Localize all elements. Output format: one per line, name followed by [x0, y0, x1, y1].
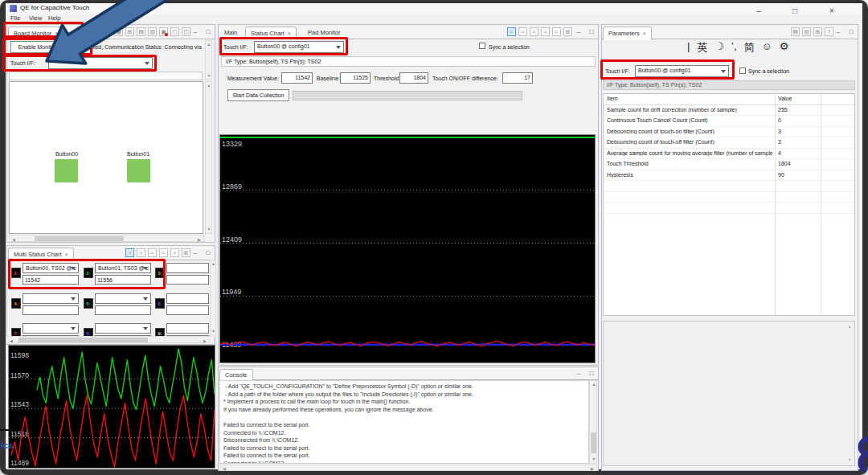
slot-channel-dropdown[interactable]	[95, 293, 151, 304]
close-tab-icon[interactable]: ×	[643, 31, 646, 36]
scroll-down-icon[interactable]: ▼	[206, 73, 212, 79]
console-text-area[interactable]: - Add "QE_TOUCH_CONFIGURATION" to "Defin…	[219, 380, 589, 464]
scroll-left-icon[interactable]: ◀	[10, 237, 17, 243]
close-tab-icon[interactable]: ×	[65, 252, 68, 257]
chart-export-icon[interactable]: ≈	[170, 248, 179, 257]
ime-punctuation-icon[interactable]: ’,	[731, 40, 737, 52]
table-row[interactable]: Average sample count for moving average …	[604, 149, 854, 160]
multi-hscrollbar[interactable]: ◀ ▶	[6, 336, 210, 343]
expand-table-icon[interactable]: ▤	[791, 27, 800, 36]
scroll-right-icon[interactable]: ▶	[202, 338, 208, 344]
scrollbar-thumb[interactable]	[591, 432, 596, 453]
scroll-left-icon[interactable]: ◀	[221, 466, 227, 472]
chart-zoom-icon[interactable]: ≈	[159, 248, 168, 257]
board-image-icon[interactable]: ▦	[114, 27, 123, 36]
tab-pad-monitor[interactable]: Pad Monitor	[303, 27, 345, 40]
chart-select-icon[interactable]: ≈	[125, 248, 134, 257]
chart-stop-icon[interactable]: ≈	[530, 27, 538, 36]
ime-emoji-icon[interactable]: ☺	[762, 40, 772, 52]
start-data-collection-button[interactable]: Start Data Collection	[227, 89, 289, 101]
multi-vscrollbar[interactable]: ▲ ▼	[210, 260, 216, 336]
col-header-value[interactable]: Value	[778, 96, 792, 101]
board-canvas-hscrollbar[interactable]: ◀ ▶	[9, 235, 204, 242]
col-header-item[interactable]: Item	[607, 96, 618, 101]
scroll-down-icon[interactable]: ▼	[211, 329, 216, 334]
mid-touch-if-dropdown[interactable]: Button00 @ config01	[254, 41, 344, 53]
ime-simplified-icon[interactable]: 简	[744, 40, 755, 55]
scroll-up-icon[interactable]: ▲	[206, 42, 212, 47]
slot-channel-dropdown[interactable]	[166, 263, 209, 273]
scroll-up-icon[interactable]: ▲	[206, 83, 212, 88]
table-row[interactable]: Continuous Touch Cancel Count (Count)0	[604, 116, 854, 127]
maximize-view-icon[interactable]: □	[203, 248, 213, 257]
value-cell[interactable]: 90	[778, 172, 784, 178]
board-canvas-vscrollbar[interactable]: ▲ ▼	[205, 81, 212, 234]
slot-channel-dropdown[interactable]: Button01, TS03 @ c	[95, 263, 151, 273]
minimize-view-icon[interactable]: –	[190, 248, 200, 257]
record-icon[interactable]: ▣	[159, 27, 168, 36]
menu-help[interactable]: Help	[48, 14, 60, 22]
scroll-right-icon[interactable]: ▶	[196, 237, 203, 243]
collapse-table-icon[interactable]: ▥	[802, 27, 811, 36]
slot-channel-dropdown[interactable]	[23, 323, 79, 334]
menu-file[interactable]: File	[10, 14, 20, 22]
slot-value-field[interactable]	[95, 305, 151, 315]
slot-channel-dropdown[interactable]: Button00, TS02 @ c	[23, 263, 79, 273]
scrollbar-thumb[interactable]	[35, 236, 124, 241]
value-cell[interactable]: 0	[778, 117, 781, 123]
table-row[interactable]: Touch Threshold1804	[604, 159, 854, 170]
chart-pause-icon[interactable]: ≈	[518, 27, 527, 36]
chart-scale-icon[interactable]: ≈	[541, 27, 550, 36]
minimize-view-icon[interactable]: –	[833, 27, 843, 36]
tab-main[interactable]: Main	[219, 27, 242, 40]
value-cell[interactable]: 3	[778, 129, 781, 134]
slot-channel-dropdown[interactable]	[166, 323, 209, 334]
scroll-up-icon[interactable]: ▲	[211, 261, 216, 267]
tab-parameters[interactable]: Parameters×	[603, 27, 652, 40]
minimize-view-icon[interactable]: –	[574, 27, 583, 36]
params-sync-selection-checkbox[interactable]	[739, 68, 746, 74]
table-row[interactable]: Debouncing count of touch-on filter (Cou…	[604, 127, 854, 138]
snapshot-icon[interactable]: ▤	[137, 27, 145, 36]
board-top-scrollbar[interactable]: ▲ ▼	[205, 40, 212, 80]
slot-channel-dropdown[interactable]	[23, 293, 79, 304]
ime-separator[interactable]: |	[687, 40, 690, 52]
value-cell[interactable]: 3	[778, 139, 781, 145]
slot-channel-dropdown[interactable]	[95, 323, 151, 334]
scroll-up-icon[interactable]: ▲	[591, 382, 597, 387]
scroll-down-icon[interactable]: ▼	[206, 227, 212, 232]
measurement-value-field[interactable]: 11542	[281, 72, 313, 84]
tab-status-chart[interactable]: Status Chart×	[245, 27, 297, 40]
ime-settings-icon[interactable]: ⚙	[780, 40, 789, 52]
maximize-view-icon[interactable]: □	[203, 27, 213, 36]
params-touch-if-dropdown[interactable]: Button00 @ config01	[635, 65, 729, 77]
slot-value-field[interactable]	[166, 305, 209, 315]
maximize-view-icon[interactable]: □	[587, 369, 596, 378]
table-row[interactable]: Hysteresis90	[604, 170, 854, 182]
table-row[interactable]: Sample count for drift correction (numbe…	[604, 105, 854, 117]
chart-live-icon[interactable]: ≈	[507, 27, 516, 36]
tab-board-monitor[interactable]: Board Monitor×	[8, 27, 63, 40]
threshold-field[interactable]: 1804	[399, 72, 428, 84]
close-tab-icon[interactable]: ×	[55, 31, 58, 36]
minimize-view-icon[interactable]: –	[190, 27, 200, 36]
scroll-left-icon[interactable]: ◀	[8, 338, 14, 344]
console-hscrollbar[interactable]: ◀ ▶	[219, 465, 597, 471]
minimize-view-icon[interactable]: –	[574, 369, 583, 378]
console-vscrollbar[interactable]: ▲ ▼	[589, 380, 597, 464]
slot-value-field[interactable]: 11542	[23, 275, 79, 285]
refresh-table-icon[interactable]: ⊞	[813, 27, 822, 36]
scrollbar-thumb[interactable]	[18, 338, 148, 342]
mid-sync-selection-checkbox[interactable]	[479, 43, 485, 49]
value-cell[interactable]: 255	[778, 107, 788, 113]
ime-moon-icon[interactable]: ☽	[714, 40, 724, 52]
value-cell[interactable]: 4	[778, 150, 781, 156]
chart-pause-icon[interactable]: ≈	[137, 248, 145, 257]
close-tab-icon[interactable]: ×	[288, 31, 291, 36]
scroll-right-icon[interactable]: ▶	[589, 466, 596, 472]
chart-clear-icon[interactable]: ≈	[148, 248, 157, 257]
slot-value-field[interactable]	[23, 305, 79, 315]
button00-pad[interactable]	[55, 159, 78, 182]
table-row[interactable]: Debouncing count of touch-off filter (Co…	[604, 137, 854, 149]
add-view-icon[interactable]: ⊞	[125, 27, 134, 36]
